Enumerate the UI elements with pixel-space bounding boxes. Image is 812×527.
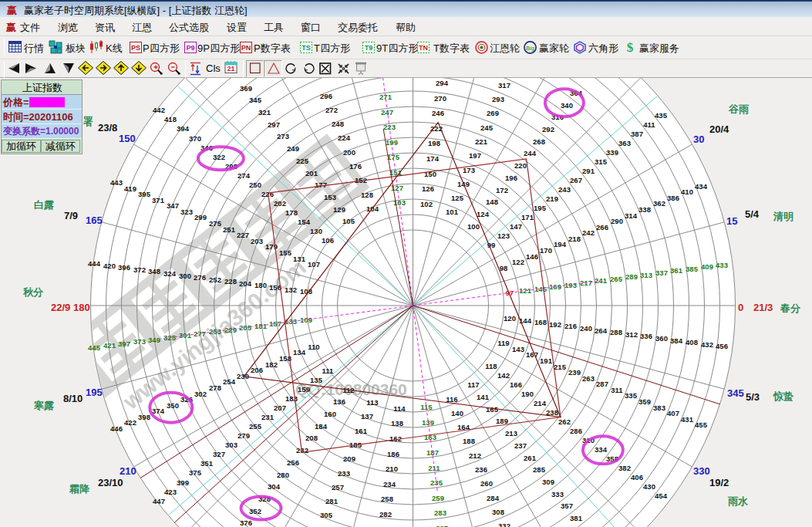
svg-text:174: 174 [426, 154, 440, 163]
svg-text:221: 221 [475, 137, 488, 146]
svg-text:246: 246 [432, 109, 444, 117]
svg-text:293: 293 [492, 95, 504, 103]
svg-text:359: 359 [638, 397, 651, 406]
svg-text:206: 206 [251, 366, 263, 374]
svg-text:278: 278 [209, 383, 221, 392]
svg-text:130: 130 [310, 227, 322, 235]
svg-text:101: 101 [446, 208, 459, 216]
svg-text:227: 227 [237, 231, 249, 239]
svg-text:102: 102 [420, 200, 433, 208]
svg-text:132: 132 [285, 285, 297, 294]
svg-text:146: 146 [526, 252, 538, 261]
svg-text:0: 0 [738, 302, 743, 313]
svg-text:256: 256 [287, 458, 299, 467]
svg-text:秋分: 秋分 [22, 286, 44, 298]
svg-text:137: 137 [361, 412, 373, 421]
svg-text:99: 99 [487, 241, 496, 249]
svg-text:396: 396 [118, 263, 130, 272]
svg-text:258: 258 [381, 495, 393, 503]
svg-text:108: 108 [300, 287, 312, 296]
svg-text:287: 287 [596, 380, 608, 388]
svg-text:165: 165 [86, 215, 103, 226]
svg-text:394: 394 [177, 124, 190, 133]
svg-text:228: 228 [224, 277, 237, 285]
svg-text:276: 276 [194, 273, 206, 282]
svg-text:210: 210 [386, 465, 398, 473]
svg-text:21/3: 21/3 [753, 302, 773, 313]
svg-text:PS: PS [131, 44, 140, 52]
svg-text:220: 220 [514, 161, 527, 170]
svg-text:147: 147 [510, 222, 522, 231]
svg-text:277: 277 [194, 329, 206, 338]
svg-text:197: 197 [469, 151, 481, 160]
svg-text:423: 423 [164, 488, 177, 496]
svg-text:215: 215 [554, 363, 567, 371]
svg-text:170: 170 [540, 246, 552, 255]
svg-text:138: 138 [391, 419, 403, 427]
svg-text:188: 188 [463, 437, 475, 445]
svg-text:183: 183 [285, 394, 298, 403]
svg-text:299: 299 [194, 213, 207, 221]
svg-text:Big: Big [526, 45, 534, 52]
svg-text:$: $ [627, 40, 634, 55]
svg-text:259: 259 [432, 494, 444, 502]
svg-text:春分: 春分 [780, 302, 801, 314]
svg-text:381: 381 [570, 514, 583, 522]
svg-text:159: 159 [298, 385, 310, 394]
svg-text:372: 372 [133, 265, 146, 274]
svg-text:324: 324 [163, 269, 177, 278]
svg-text:5/3: 5/3 [746, 391, 760, 403]
svg-text:308: 308 [492, 508, 504, 516]
svg-text:289: 289 [625, 272, 638, 281]
svg-text:351: 351 [200, 459, 214, 468]
svg-text:279: 279 [238, 431, 250, 440]
svg-text:431: 431 [681, 415, 694, 424]
svg-text:385: 385 [686, 265, 699, 273]
svg-text:168: 168 [534, 318, 547, 326]
svg-text:TS: TS [302, 44, 311, 52]
svg-text:350: 350 [167, 401, 179, 410]
svg-text:134: 134 [293, 348, 306, 356]
svg-text:282: 282 [379, 510, 392, 519]
svg-text:442: 442 [153, 106, 165, 114]
svg-text:280: 280 [277, 471, 289, 479]
svg-text:273: 273 [277, 132, 289, 140]
svg-text:384: 384 [670, 336, 683, 345]
svg-text:269: 269 [487, 109, 499, 117]
svg-text:445: 445 [88, 343, 101, 352]
svg-text:23/8: 23/8 [98, 122, 117, 133]
svg-text:231: 231 [261, 413, 275, 421]
svg-text:303: 303 [225, 441, 238, 449]
svg-text:304: 304 [268, 482, 281, 491]
svg-text:131: 131 [293, 255, 306, 263]
svg-text:411: 411 [643, 120, 655, 129]
svg-text:406: 406 [631, 473, 643, 481]
svg-text:252: 252 [209, 275, 221, 284]
svg-text:296: 296 [320, 92, 332, 100]
svg-text:361: 361 [670, 266, 683, 275]
svg-text:180: 180 [73, 302, 90, 313]
svg-text:291: 291 [582, 167, 595, 175]
svg-text:169: 169 [549, 282, 561, 291]
svg-text:284: 284 [487, 494, 500, 502]
svg-text:410: 410 [681, 187, 693, 196]
svg-text:241: 241 [595, 276, 608, 285]
svg-text:434: 434 [695, 182, 708, 191]
svg-text:154: 154 [298, 218, 311, 226]
svg-text:105: 105 [342, 217, 355, 225]
svg-text:白露: 白露 [34, 199, 54, 211]
svg-text:250: 250 [249, 181, 261, 189]
svg-text:157: 157 [269, 319, 281, 328]
svg-text:7/9: 7/9 [64, 210, 78, 221]
svg-text:245: 245 [480, 123, 494, 132]
svg-text:5/4: 5/4 [745, 208, 760, 220]
svg-text:196: 196 [505, 174, 517, 182]
svg-text:454: 454 [655, 492, 668, 500]
svg-text:192: 192 [549, 320, 561, 329]
svg-text:123: 123 [497, 231, 510, 240]
svg-text:署: 署 [83, 116, 93, 127]
svg-text:288: 288 [610, 328, 622, 336]
svg-text:214: 214 [534, 399, 547, 407]
svg-text:327: 327 [213, 450, 225, 458]
svg-text:433: 433 [716, 261, 728, 269]
